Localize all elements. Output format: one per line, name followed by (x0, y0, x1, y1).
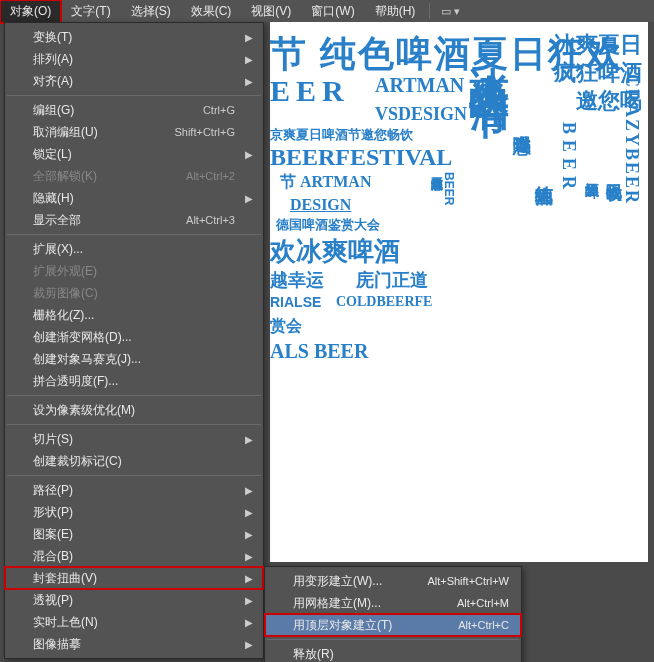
art-text: 德国啤酒鉴赏大会 (276, 216, 380, 234)
art-text: ARTMAN (375, 74, 464, 97)
menu-item: 扩展外观(E) (5, 260, 263, 282)
menu-item[interactable]: 排列(A)▶ (5, 48, 263, 70)
menu-item[interactable]: 变换(T)▶ (5, 26, 263, 48)
menu-separator (7, 95, 261, 96)
art-text: 欢冰爽啤酒 (270, 234, 400, 269)
submenu-arrow-icon: ▶ (245, 54, 253, 65)
menu-item[interactable]: 创建对象马赛克(J)... (5, 348, 263, 370)
menu-item[interactable]: 栅格化(Z)... (5, 304, 263, 326)
layout-icon[interactable]: ▭ ▾ (440, 2, 460, 20)
submenu-arrow-icon: ▶ (245, 595, 253, 606)
art-text: COLDBEERFE (336, 294, 432, 310)
submenu-arrow-icon: ▶ (245, 507, 253, 518)
menu-label: 实时上色(N) (33, 614, 235, 631)
menu-item: 全部解锁(K)Alt+Ctrl+2 (5, 165, 263, 187)
art-text: DESIGN (290, 196, 351, 214)
submenu-arrow-icon: ▶ (245, 434, 253, 445)
menu-item[interactable]: 取消编组(U)Shift+Ctrl+G (5, 121, 263, 143)
menu-label: 图案(E) (33, 526, 235, 543)
submenu-label: 用网格建立(M)... (293, 595, 457, 612)
submenu-arrow-icon: ▶ (245, 32, 253, 43)
submenu-arrow-icon: ▶ (245, 76, 253, 87)
menu-shortcut: Alt+Ctrl+3 (186, 214, 235, 226)
menu-select[interactable]: 选择(S) (121, 0, 181, 23)
menu-item[interactable]: 对齐(A)▶ (5, 70, 263, 92)
menubar: 对象(O) 文字(T) 选择(S) 效果(C) 视图(V) 窗口(W) 帮助(H… (0, 0, 654, 22)
submenu-arrow-icon: ▶ (245, 639, 253, 650)
submenu-item[interactable]: 用顶层对象建立(T)Alt+Ctrl+C (265, 614, 521, 636)
art-text: BEER (442, 172, 456, 205)
menu-item[interactable]: 透视(P)▶ (5, 589, 263, 611)
submenu-arrow-icon: ▶ (245, 529, 253, 540)
menu-view[interactable]: 视图(V) (241, 0, 301, 23)
menu-shortcut: Alt+Ctrl+2 (186, 170, 235, 182)
menu-label: 扩展(X)... (33, 241, 235, 258)
art-text: 京爽夏日啤酒节邀您畅饮 (270, 126, 413, 144)
art-text: 冰爽啤酒节 (462, 34, 517, 74)
menu-separator (7, 424, 261, 425)
menu-label: 编组(G) (33, 102, 203, 119)
menu-label: 隐藏(H) (33, 190, 235, 207)
menu-item[interactable]: 实时上色(N)▶ (5, 611, 263, 633)
submenu-arrow-icon: ▶ (245, 485, 253, 496)
object-menu-dropdown: 变换(T)▶排列(A)▶对齐(A)▶编组(G)Ctrl+G取消编组(U)Shif… (4, 22, 264, 659)
art-text: 庑门正道 (356, 268, 428, 292)
menu-item[interactable]: 显示全部Alt+Ctrl+3 (5, 209, 263, 231)
submenu-label: 用顶层对象建立(T) (293, 617, 458, 634)
menu-help[interactable]: 帮助(H) (365, 0, 426, 23)
envelope-distort-submenu: 用变形建立(W)...Alt+Shift+Ctrl+W用网格建立(M)...Al… (264, 566, 522, 662)
artwork: 节 纯色啤酒夏日狂欢 EER ARTMAN VSDESIGN 京爽夏日啤酒节邀您… (270, 22, 648, 422)
menu-item[interactable]: 隐藏(H)▶ (5, 187, 263, 209)
menu-item[interactable]: 图像描摹▶ (5, 633, 263, 655)
art-text: 疯狂啤酒 (554, 58, 642, 88)
menu-label: 形状(P) (33, 504, 235, 521)
menu-item[interactable]: 路径(P)▶ (5, 479, 263, 501)
menu-label: 全部解锁(K) (33, 168, 186, 185)
menu-label: 变换(T) (33, 29, 235, 46)
menu-item: 裁剪图像(C) (5, 282, 263, 304)
menu-item[interactable]: 拼合透明度(F)... (5, 370, 263, 392)
submenu-item[interactable]: 用网格建立(M)...Alt+Ctrl+M (265, 592, 521, 614)
submenu-arrow-icon: ▶ (245, 573, 253, 584)
submenu-arrow-icon: ▶ (245, 551, 253, 562)
menu-window[interactable]: 窗口(W) (301, 0, 364, 23)
menu-label: 混合(B) (33, 548, 235, 565)
menu-label: 创建对象马赛克(J)... (33, 351, 235, 368)
submenu-shortcut: Alt+Ctrl+M (457, 597, 509, 609)
menu-label: 排列(A) (33, 51, 235, 68)
menu-item[interactable]: 封套扭曲(V)▶ (5, 567, 263, 589)
menu-shortcut: Ctrl+G (203, 104, 235, 116)
menu-label: 栅格化(Z)... (33, 307, 235, 324)
art-text: 冰爽夏日 (554, 30, 642, 60)
menu-label: 扩展外观(E) (33, 263, 235, 280)
art-text: 邀您喝 (576, 86, 642, 116)
menu-separator (7, 475, 261, 476)
menu-item[interactable]: 创建渐变网格(D)... (5, 326, 263, 348)
menu-item[interactable]: 创建裁切标记(C) (5, 450, 263, 472)
menu-label: 显示全部 (33, 212, 186, 229)
menu-item[interactable]: 编组(G)Ctrl+G (5, 99, 263, 121)
menu-separator (7, 234, 261, 235)
art-text: ALS BEER (270, 340, 368, 363)
art-text: VSDESIGN (375, 104, 467, 125)
menu-separator (267, 639, 519, 640)
menu-effect[interactable]: 效果(C) (181, 0, 242, 23)
canvas: 节 纯色啤酒夏日狂欢 EER ARTMAN VSDESIGN 京爽夏日啤酒节邀您… (270, 22, 648, 562)
menu-item[interactable]: 混合(B)▶ (5, 545, 263, 567)
menu-item[interactable]: 形状(P)▶ (5, 501, 263, 523)
menu-item[interactable]: 图案(E)▶ (5, 523, 263, 545)
menu-label: 对齐(A) (33, 73, 235, 90)
submenu-item: 释放(R) (265, 643, 521, 662)
menu-item[interactable]: 切片(S)▶ (5, 428, 263, 450)
art-text: BEERFESTIVAL (270, 144, 452, 171)
menu-item[interactable]: 设为像素级优化(M) (5, 399, 263, 421)
menu-label: 切片(S) (33, 431, 235, 448)
submenu-item[interactable]: 用变形建立(W)...Alt+Shift+Ctrl+W (265, 570, 521, 592)
menu-label: 图像描摹 (33, 636, 235, 653)
menu-item[interactable]: 扩展(X)... (5, 238, 263, 260)
menu-object[interactable]: 对象(O) (0, 0, 61, 23)
menu-label: 封套扭曲(V) (33, 570, 235, 587)
art-text: BEER (558, 122, 579, 195)
menu-text[interactable]: 文字(T) (61, 0, 120, 23)
menu-item[interactable]: 锁定(L)▶ (5, 143, 263, 165)
